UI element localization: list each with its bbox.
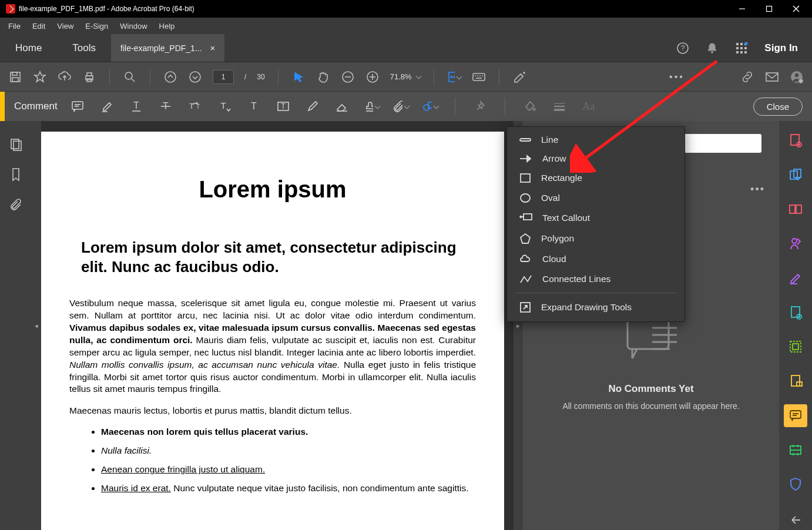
window-maximize-button[interactable] [756, 0, 783, 18]
drawing-menu-connected-lines[interactable]: Connected Lines [507, 269, 685, 289]
drawing-menu-text-callout[interactable]: Text Callout [507, 208, 685, 228]
main-toolbar: / 30 71.8% ••• + [0, 62, 812, 92]
star-icon[interactable] [33, 70, 47, 84]
account-icon[interactable]: + [790, 70, 804, 84]
svg-rect-12 [744, 47, 747, 49]
more-tools-rail-icon[interactable] [784, 508, 807, 531]
selection-tool-icon[interactable] [291, 70, 306, 84]
print-icon[interactable] [82, 70, 96, 84]
strikethrough-tool-icon[interactable]: T [157, 98, 174, 115]
document-page[interactable]: Lorem ipsum Lorem ipsum dolor sit amet, … [41, 132, 504, 530]
pencil-tool-icon[interactable] [304, 98, 321, 115]
page-number-input[interactable] [213, 70, 234, 84]
drawing-menu-line[interactable]: Line [507, 130, 685, 149]
drawing-menu-oval[interactable]: Oval [507, 188, 685, 208]
attachment-tool-icon[interactable] [392, 98, 409, 115]
document-tab-close-icon[interactable]: × [210, 43, 216, 53]
document-tab[interactable]: file-example_PDF_1... × [111, 34, 224, 62]
menu-file[interactable]: File [2, 19, 26, 33]
stamp-tool-icon[interactable] [363, 98, 380, 115]
drawing-menu-cloud[interactable]: Cloud [507, 249, 685, 269]
window-minimize-button[interactable] [729, 0, 756, 18]
underline-tool-icon[interactable]: T [128, 98, 145, 115]
pin-tool-icon[interactable] [472, 98, 488, 115]
text-style-icon[interactable]: Aa [581, 98, 597, 115]
menu-edit[interactable]: Edit [26, 19, 51, 33]
bell-icon[interactable] [706, 42, 719, 55]
svg-rect-34 [473, 73, 485, 80]
cloud-upload-icon[interactable] [58, 70, 72, 84]
highlight-tool-icon[interactable] [99, 98, 115, 115]
drawing-menu-label: Connected Lines [542, 274, 610, 284]
save-icon[interactable] [8, 70, 22, 84]
svg-line-25 [132, 79, 135, 82]
add-text-tool-icon[interactable]: T [246, 98, 262, 115]
drawing-menu-polygon[interactable]: Polygon [507, 228, 685, 249]
svg-rect-89 [791, 375, 800, 386]
send-for-comments-icon[interactable] [784, 370, 807, 393]
more-tools-icon[interactable]: ••• [670, 70, 684, 84]
zoom-in-icon[interactable] [365, 70, 380, 84]
eraser-tool-icon[interactable] [334, 98, 350, 115]
menu-esign[interactable]: E-Sign [79, 19, 114, 33]
insert-text-tool-icon[interactable]: T [216, 98, 233, 115]
scan-ocr-icon[interactable] [784, 439, 807, 462]
fit-width-icon[interactable] [447, 70, 461, 84]
sign-in-button[interactable]: Sign In [764, 42, 798, 54]
tab-home[interactable]: Home [0, 34, 57, 62]
email-icon[interactable] [765, 70, 779, 84]
tab-tools[interactable]: Tools [57, 34, 111, 62]
drawing-menu-expand[interactable]: Expand Drawing Tools [507, 297, 685, 318]
document-tab-label: file-example_PDF_1... [120, 43, 202, 53]
menu-window[interactable]: Window [114, 19, 153, 33]
thumbnails-icon[interactable] [9, 137, 23, 152]
drawing-menu-label: Line [541, 135, 558, 145]
left-pane-collapse[interactable]: ◂ [32, 121, 41, 530]
find-icon[interactable] [123, 70, 137, 84]
svg-point-27 [190, 72, 200, 82]
textbox-tool-icon[interactable]: T [275, 98, 291, 115]
drawing-menu-label: Text Callout [542, 213, 590, 223]
fill-color-icon[interactable] [522, 98, 538, 115]
comments-panel-options-icon[interactable]: ••• [750, 183, 765, 196]
keyboard-icon[interactable] [472, 70, 486, 84]
page-down-icon[interactable] [188, 70, 202, 84]
page-up-icon[interactable] [163, 70, 177, 84]
export-pdf-icon[interactable] [784, 301, 807, 324]
drawing-menu-arrow[interactable]: Arrow [507, 149, 685, 168]
request-signatures-icon[interactable] [784, 233, 807, 256]
share-link-icon[interactable] [740, 70, 754, 84]
attachments-icon[interactable] [9, 197, 22, 212]
sticky-note-tool-icon[interactable] [69, 98, 86, 115]
comments-empty-body: All comments on this document will appea… [523, 401, 779, 412]
bookmarks-icon[interactable] [9, 167, 22, 182]
drawing-menu-rectangle[interactable]: Rectangle [507, 168, 685, 188]
comments-empty-title: No Comments Yet [523, 383, 779, 395]
fill-sign-icon[interactable] [784, 267, 807, 290]
combine-files-icon[interactable] [784, 164, 807, 187]
svg-point-16 [745, 42, 748, 45]
create-pdf-icon[interactable] [784, 129, 807, 152]
help-icon[interactable]: ? [676, 42, 689, 55]
apps-grid-icon[interactable] [735, 42, 748, 55]
menu-view[interactable]: View [51, 19, 79, 33]
app-icon [6, 4, 15, 14]
zoom-dropdown[interactable]: 71.8% [390, 72, 421, 81]
protect-icon[interactable] [784, 473, 807, 496]
organize-pages-icon[interactable] [784, 336, 807, 358]
page-separator: / [244, 73, 246, 81]
window-close-button[interactable] [783, 0, 810, 18]
comment-tool-icon[interactable] [784, 404, 807, 427]
hand-tool-icon[interactable] [316, 70, 330, 84]
menu-help[interactable]: Help [153, 19, 181, 33]
highlight-quick-icon[interactable] [512, 70, 526, 84]
replace-text-tool-icon[interactable]: TT [187, 98, 203, 115]
drawing-menu-label: Polygon [541, 233, 574, 244]
svg-rect-81 [790, 205, 795, 213]
zoom-out-icon[interactable] [341, 70, 355, 84]
edit-pdf-icon[interactable] [784, 198, 807, 221]
close-comment-toolbar-button[interactable]: Close [753, 98, 803, 116]
svg-rect-18 [12, 72, 17, 75]
line-thickness-icon[interactable] [551, 98, 568, 115]
drawing-tools-dropdown[interactable] [422, 98, 438, 115]
